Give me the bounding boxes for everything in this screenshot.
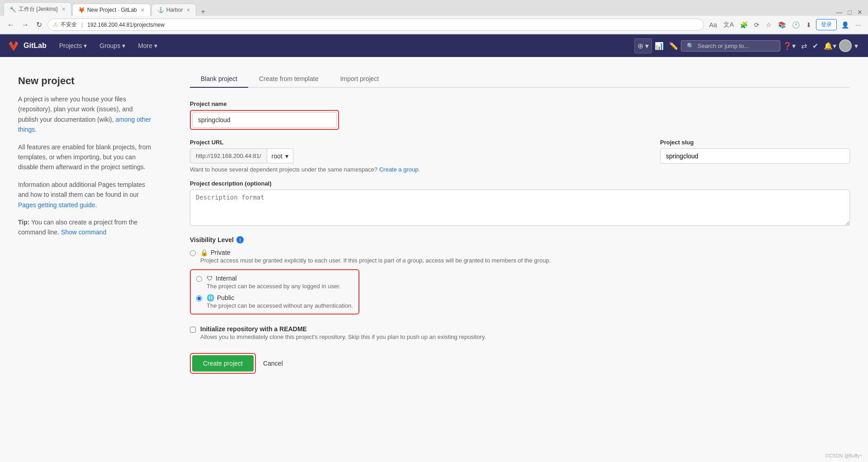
refresh2-icon[interactable]: ⟳ [752,19,761,30]
minimize-button[interactable]: — [835,9,844,16]
forward-button[interactable]: → [20,19,31,31]
search-icon: 🔍 [687,43,694,49]
internal-public-highlight-box: 🛡 Internal The project can be accessed b… [190,269,359,314]
browser-tab-harbor[interactable]: ⚓ Harbor ✕ [151,4,197,16]
create-project-button[interactable]: Create project [192,355,254,372]
star-icon[interactable]: ☆ [764,19,774,30]
back-button[interactable]: ← [5,19,16,31]
form-actions: Create project Cancel [190,353,850,374]
user-menu-chevron[interactable]: ▾ [852,39,861,53]
tab-blank-project[interactable]: Blank project [190,71,248,88]
shield-icon: 🛡 [207,275,213,282]
merge-requests-icon[interactable]: ⇄ [798,39,810,53]
todos-icon[interactable]: ✔ [810,39,821,53]
visibility-internal-radio[interactable] [196,276,202,282]
readme-checkbox[interactable] [190,327,196,333]
project-name-label: Project name [190,100,850,107]
nav-items: Projects ▾ Groups ▾ More ▾ [54,38,163,53]
user-avatar[interactable] [839,39,852,52]
visibility-info-icon[interactable]: i [236,236,244,243]
namespace-hint: Want to house several dependent projects… [190,166,651,173]
main-layout: New project A project is where you house… [0,57,868,462]
project-slug-group: Project slug [660,139,850,173]
security-warning-icon: ⚠ [53,22,58,28]
description-label: Project description (optional) [190,180,850,187]
url-prefix: http://192.168.200.44:81/ [190,148,267,163]
namespace-selector[interactable]: root ▾ [267,148,293,163]
sidebar-para2: All features are enabled for blank proje… [18,142,154,172]
gitlab-logo[interactable]: GitLab [7,39,47,52]
login-button[interactable]: 登录 [816,19,837,30]
tab-import-project[interactable]: Import project [329,71,390,88]
form-area: Blank project Create from template Impor… [172,57,868,462]
lock-icon: 🔒 [200,249,208,256]
tip-text: Tip: You can also create a project from … [18,217,154,238]
notifications-icon[interactable]: 🔔▾ [821,39,839,53]
project-url-group: Project URL http://192.168.200.44:81/ ro… [190,139,651,173]
cancel-button[interactable]: Cancel [263,360,283,367]
show-command-link[interactable]: Show command [61,229,106,236]
gitlab-navbar: GitLab Projects ▾ Groups ▾ More ▾ ⊕ ▾ 📊 … [0,34,868,57]
activity-chart-icon[interactable]: 📊 [652,39,666,53]
new-tab-button[interactable]: + [197,8,208,16]
project-url-label: Project URL [190,139,651,146]
refresh-button[interactable]: ↻ [34,19,44,31]
sidebar-info: New project A project is where you house… [0,57,172,462]
pages-guide-link[interactable]: Pages getting started guide [18,201,95,209]
snippets-icon[interactable]: ✏️ [666,39,681,53]
visibility-private-option: 🔒 Private Project access must be granted… [190,249,850,264]
nav-groups[interactable]: Groups ▾ [94,38,131,53]
project-name-group: Project name [190,100,850,130]
maximize-button[interactable]: □ [846,9,854,16]
browser-tab-gitlab[interactable]: 🦊 New Project · GitLab ✕ [72,4,151,16]
visibility-group: Visibility Level i 🔒 Private Project acc… [190,236,850,314]
project-name-input[interactable] [192,112,337,128]
extension-icon[interactable]: 🧩 [738,19,750,30]
more-browser-icon[interactable]: ··· [854,19,863,30]
history-icon[interactable]: 🕐 [790,19,802,30]
visibility-private-radio[interactable] [190,250,196,256]
close-window-button[interactable]: ✕ [855,9,864,16]
user-avatar-browser[interactable]: 👤 [840,19,851,30]
address-bar: ← → ↻ ⚠ 不安全 | 192.168.200.44:81/projects… [0,16,868,34]
gitlab-fox-icon [7,39,20,52]
address-input[interactable]: ⚠ 不安全 | 192.168.200.44:81/projects/new [47,19,704,31]
project-name-highlight-box [190,110,339,130]
visibility-options: 🔒 Private Project access must be granted… [190,249,850,314]
browser-tab-jenkins[interactable]: 🔧 工作台 [Jenkins] ✕ [4,2,71,16]
sidebar-para3: Information about additional Pages templ… [18,180,154,210]
globe-icon: 🌐 [207,294,214,301]
readme-label: Initialize repository with a README [200,325,486,333]
readme-desc: Allows you to immediately clone this pro… [200,333,486,340]
watermark: ©CSDN @fluffy~ [825,453,863,458]
collection-icon[interactable]: 📚 [776,19,788,30]
download-icon[interactable]: ⬇ [804,19,813,30]
translate-icon[interactable]: Aa [708,19,719,30]
project-slug-input[interactable] [660,148,850,164]
readme-section: Initialize repository with a README Allo… [190,325,850,340]
visibility-label: Visibility Level i [190,236,850,243]
description-group: Project description (optional) [190,180,850,227]
project-slug-label: Project slug [660,139,850,146]
create-group-link[interactable]: Create a group. [379,166,420,173]
url-area: http://192.168.200.44:81/ root ▾ [190,148,651,163]
nav-projects[interactable]: Projects ▾ [54,38,93,53]
url-slug-row: Project URL http://192.168.200.44:81/ ro… [190,139,850,173]
create-new-button[interactable]: ⊕ ▾ [634,38,652,53]
search-bar[interactable]: 🔍 Search or jump to... [681,40,780,52]
page-title: New project [18,75,154,87]
tab-create-template[interactable]: Create from template [248,71,330,88]
help-icon[interactable]: ❓▾ [780,39,798,53]
visibility-public-option: 🌐 Public The project can be accessed wit… [196,294,353,309]
visibility-public-radio[interactable] [196,295,202,301]
description-input[interactable] [190,190,850,226]
browser-chrome: 🔧 工作台 [Jenkins] ✕ 🦊 New Project · GitLab… [0,0,868,34]
browser-toolbar: Aa 文A 🧩 ⟳ ☆ 📚 🕐 ⬇ 登录 👤 ··· [708,19,863,31]
create-button-highlight: Create project [190,353,256,374]
namespace-chevron: ▾ [285,152,288,160]
tab-bar: Blank project Create from template Impor… [190,71,850,88]
translate2-icon[interactable]: 文A [722,19,736,31]
visibility-internal-option: 🛡 Internal The project can be accessed b… [196,275,353,290]
nav-more[interactable]: More ▾ [132,38,163,53]
sidebar-para1: A project is where you house your files … [18,94,154,135]
